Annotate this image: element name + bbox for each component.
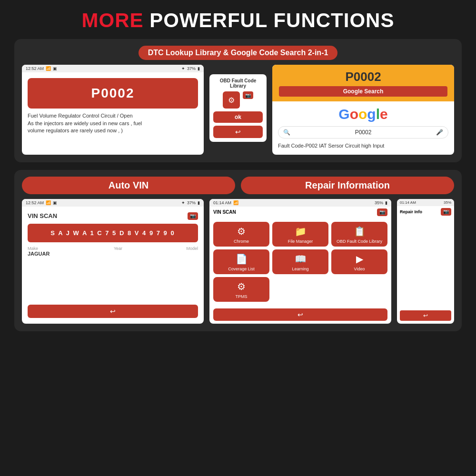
mic-icon: 🎤 (436, 129, 443, 136)
video-label: Video (354, 267, 365, 271)
signal-icon: ▣ (53, 66, 57, 71)
search-icon: 🔍 (283, 129, 290, 136)
google-logo: Google (278, 106, 448, 122)
vin-content: VIN SCAN 📷 S A J W A 1 C 7 5 D 8 V 4 9 7… (22, 207, 204, 324)
repair-status-bar: 01:14 AM 35% (397, 199, 454, 206)
repair-content (397, 218, 454, 308)
apps-battery-icon: ▮ (385, 200, 387, 205)
dtc-left-screen: 12:52 AM 📶 ▣ ✦ 37% ▮ P0002 Fuel Volume R… (22, 65, 204, 154)
battery-pct: 37% (187, 66, 196, 71)
vin-make-col: Make JAGUAR (28, 246, 50, 257)
search-term: P0002 (355, 129, 372, 136)
wifi-icon: 📶 (46, 66, 51, 71)
coverage-list-icon: 📄 (236, 253, 248, 265)
ok-button[interactable]: ok (213, 111, 263, 123)
obd-library-app-btn[interactable]: 📋 OBD Fault Code Library (331, 222, 387, 247)
file-manager-label: File Manager (288, 239, 313, 244)
video-app-btn[interactable]: ▶ Video (331, 249, 387, 274)
chrome-app-btn[interactable]: ⚙ Chrome (213, 222, 269, 247)
file-manager-app-btn[interactable]: 📁 File Manager (272, 222, 328, 247)
vin-model-col: Model (186, 246, 198, 257)
vin-status-bar: 12:52 AM 📶 ▣ ✦ 37% ▮ (22, 199, 204, 207)
apps-screen: 01:14 AM 📶 35% ▮ VIN SCAN 📷 ⚙ (209, 199, 391, 324)
learning-icon: 📖 (295, 253, 307, 265)
chrome-icon-btn[interactable]: ⚙ (223, 91, 240, 109)
vin-back-button[interactable]: ↩ (28, 305, 198, 318)
vin-year-col: Year (114, 246, 122, 257)
status-left: 12:52 AM 📶 ▣ (26, 66, 57, 71)
repair-screen: 01:14 AM 35% Repair Info 📷 ↩ (397, 199, 454, 324)
repair-time: 01:14 AM (400, 200, 416, 205)
vin-time: 12:52 AM (26, 200, 44, 205)
popup-icons: ⚙ 📷 (213, 91, 263, 109)
repair-battery: 35% (444, 200, 451, 205)
vin-make-value: JAGUAR (28, 251, 50, 257)
obd-popup-menu: OBD Fault CodeLibrary ⚙ 📷 ok ↩ (209, 74, 267, 142)
vin-wifi-icon: 📶 (46, 200, 51, 205)
auto-vin-label: Auto VIN (22, 177, 235, 194)
learning-label: Learning (292, 267, 308, 271)
google-search-bar[interactable]: 🔍 P0002 🎤 (278, 126, 448, 139)
coverage-list-label: Coverage List (228, 267, 255, 271)
apps-wifi-icon: 📶 (233, 200, 238, 205)
tpms-app-btn[interactable]: ⚙ TPMS (213, 277, 269, 302)
bottom-labels: Auto VIN Repair Information (22, 177, 454, 194)
apps-camera-icon[interactable]: 📷 (377, 208, 387, 216)
vin-battery-icon: ▮ (198, 200, 200, 205)
apps-header-label: VIN SCAN (213, 209, 236, 215)
vin-battery: 37% (187, 200, 196, 205)
repair-header-label: Repair Info (400, 209, 422, 214)
vin-info-row: Make JAGUAR Year Model (28, 246, 198, 257)
header-rest: POWERFUL FUNCTIONS (144, 9, 395, 31)
google-content: Google 🔍 P0002 🎤 Fault Code-P002 IAT Ser… (272, 101, 454, 154)
bottom-screens: 12:52 AM 📶 ▣ ✦ 37% ▮ VIN SCAN 📷 (22, 199, 454, 324)
vin-bluetooth: ✦ (181, 200, 185, 205)
learning-app-btn[interactable]: 📖 Learning (272, 249, 328, 274)
page-title: MORE POWERFUL FUNCTIONS (82, 10, 395, 31)
google-code-display: P0002 (279, 69, 447, 84)
apps-back-button[interactable]: ↩ (213, 308, 387, 321)
vin-camera-icon[interactable]: 📷 (188, 212, 198, 220)
popup-title: OBD Fault CodeLibrary (213, 78, 263, 89)
status-right: ✦ 37% ▮ (181, 66, 200, 71)
apps-bottom-bar: ↩ (209, 306, 391, 324)
vin-make-label: Make (28, 246, 50, 251)
coverage-list-app-btn[interactable]: 📄 Coverage List (213, 249, 269, 274)
camera-icon-btn[interactable]: 📷 (243, 91, 253, 99)
google-search-button[interactable]: Google Search (279, 86, 447, 97)
repair-camera-icon[interactable]: 📷 (441, 208, 451, 216)
status-time: 12:52 AM (26, 66, 44, 71)
vin-year-label: Year (114, 246, 122, 251)
repair-info-label: Repair Information (241, 177, 454, 194)
vin-model-label: Model (186, 246, 198, 251)
vin-number-display: S A J W A 1 C 7 5 D 8 V 4 9 7 9 0 (28, 224, 198, 242)
google-header: P0002 Google Search (272, 65, 454, 101)
obd-library-icon: 📋 (354, 226, 366, 237)
tpms-label: TPMS (235, 294, 247, 299)
dtc-code-display[interactable]: P0002 (28, 78, 198, 109)
vin-scan-title: VIN SCAN (28, 212, 57, 219)
chrome-icon: ⚙ (237, 226, 246, 237)
obd-library-label: OBD Fault Code Library (337, 239, 382, 244)
dtc-section: DTC Lookup Library & Google Code Search … (14, 39, 462, 162)
dtc-section-label: DTC Lookup Library & Google Code Search … (139, 46, 338, 60)
back-button[interactable]: ↩ (213, 126, 263, 138)
apps-battery: 35% (375, 200, 383, 205)
repair-back-area: ↩ (397, 308, 454, 324)
vin-screen: 12:52 AM 📶 ▣ ✦ 37% ▮ VIN SCAN 📷 (22, 199, 204, 324)
apps-status-bar: 01:14 AM 📶 35% ▮ (209, 199, 391, 207)
file-manager-icon: 📁 (295, 226, 307, 237)
dtc-content: P0002 Fuel Volume Regulator Control Circ… (22, 72, 204, 154)
header-highlight: MORE (82, 9, 144, 31)
main-container: MORE POWERFUL FUNCTIONS DTC Lookup Libra… (0, 0, 476, 476)
google-screen: P0002 Google Search Google 🔍 P0002 🎤 Fau… (272, 65, 454, 154)
apps-header: VIN SCAN 📷 (209, 207, 391, 218)
status-bar-dtc: 12:52 AM 📶 ▣ ✦ 37% ▮ (22, 65, 204, 72)
video-icon: ▶ (356, 253, 363, 265)
repair-back-button[interactable]: ↩ (400, 310, 451, 321)
battery-icon: ▮ (198, 66, 200, 71)
tpms-icon: ⚙ (237, 281, 246, 292)
top-screens: 12:52 AM 📶 ▣ ✦ 37% ▮ P0002 Fuel Volume R… (22, 65, 454, 154)
bottom-section: Auto VIN Repair Information 12:52 AM 📶 ▣… (14, 170, 462, 331)
google-result: Fault Code-P002 IAT Sersor Circuit high … (278, 142, 448, 149)
